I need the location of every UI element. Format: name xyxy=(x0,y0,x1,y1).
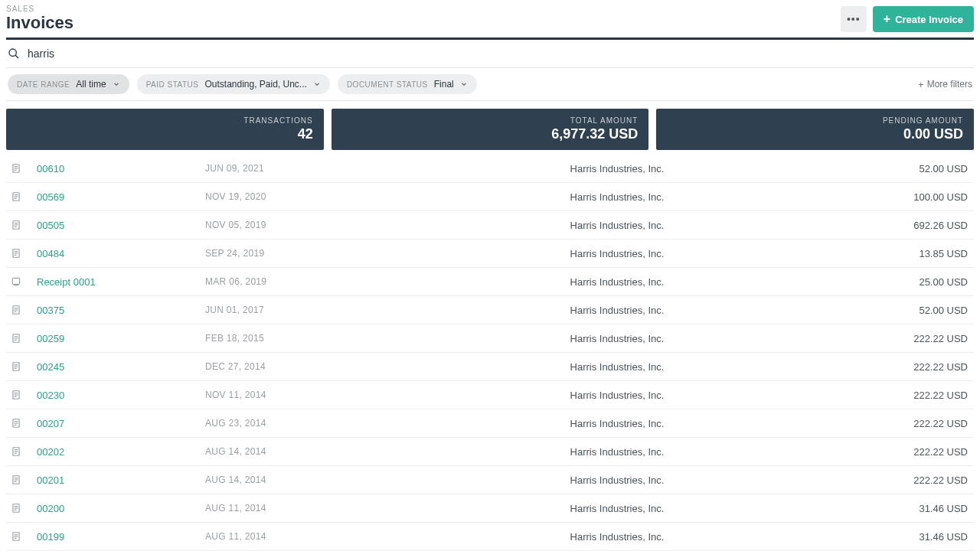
table-row[interactable]: 00484SEP 24, 2019Harris Industries, Inc.… xyxy=(6,240,974,268)
breadcrumb: SALES xyxy=(6,5,74,13)
filter-date-range-value: All time xyxy=(76,79,106,90)
table-row[interactable]: 00505NOV 05, 2019Harris Industries, Inc.… xyxy=(6,211,974,240)
invoice-company: Harris Industries, Inc. xyxy=(389,305,845,316)
summary-pending-amount: PENDING AMOUNT 0.00 USD xyxy=(656,109,974,150)
invoice-id-link[interactable]: 00200 xyxy=(37,503,205,514)
invoice-id-link[interactable]: 00505 xyxy=(37,220,205,231)
invoice-date: AUG 23, 2014 xyxy=(205,418,389,429)
invoice-date: NOV 19, 2020 xyxy=(205,191,389,202)
invoice-amount: 31.46 USD xyxy=(845,531,968,543)
invoice-amount: 222.22 USD xyxy=(845,333,968,344)
table-row[interactable]: 00245DEC 27, 2014Harris Industries, Inc.… xyxy=(6,353,974,381)
invoice-id-link[interactable]: 00230 xyxy=(37,390,205,401)
document-icon xyxy=(11,360,37,373)
invoice-company: Harris Industries, Inc. xyxy=(389,503,845,514)
filter-paid-status-value: Outstanding, Paid, Unc... xyxy=(204,79,306,90)
invoice-company: Harris Industries, Inc. xyxy=(389,418,845,429)
invoice-date: FEB 18, 2015 xyxy=(205,333,389,344)
invoice-id-link[interactable]: 00202 xyxy=(37,446,205,458)
filter-date-range-label: DATE RANGE xyxy=(17,80,70,89)
table-row[interactable]: 00201AUG 14, 2014Harris Industries, Inc.… xyxy=(6,466,974,494)
invoice-id-link[interactable]: Receipt 0001 xyxy=(37,276,205,288)
invoice-date: AUG 11, 2014 xyxy=(205,531,389,542)
invoice-amount: 222.22 USD xyxy=(845,361,968,373)
summary-transactions-label: TRANSACTIONS xyxy=(17,116,313,125)
search-input[interactable] xyxy=(28,47,972,60)
invoice-company: Harris Industries, Inc. xyxy=(389,361,845,373)
filters-row: DATE RANGE All time PAID STATUS Outstand… xyxy=(6,68,974,101)
more-filters-button[interactable]: + More filters xyxy=(918,79,972,90)
document-icon xyxy=(11,219,37,231)
more-filters-label: More filters xyxy=(927,79,972,90)
invoice-date: JUN 01, 2017 xyxy=(205,305,389,315)
invoice-id-link[interactable]: 00610 xyxy=(37,163,205,174)
invoice-company: Harris Industries, Inc. xyxy=(389,333,845,344)
table-row[interactable]: Receipt 0001MAR 06, 2019Harris Industrie… xyxy=(6,268,974,296)
invoice-amount: 222.22 USD xyxy=(845,474,968,486)
chevron-down-icon xyxy=(313,80,321,88)
filter-document-status[interactable]: DOCUMENT STATUS Final xyxy=(338,74,477,94)
invoice-date: SEP 24, 2019 xyxy=(205,248,389,259)
invoice-date: NOV 05, 2019 xyxy=(205,220,389,230)
filter-date-range[interactable]: DATE RANGE All time xyxy=(8,74,129,94)
invoice-table: 00610JUN 09, 2021Harris Industries, Inc.… xyxy=(6,155,974,551)
invoice-amount: 100.00 USD xyxy=(845,191,968,203)
summary-pending-amount-label: PENDING AMOUNT xyxy=(667,116,963,125)
ellipsis-icon: ••• xyxy=(847,13,861,25)
document-icon xyxy=(11,474,37,486)
summary-total-amount-label: TOTAL AMOUNT xyxy=(342,116,639,125)
invoice-date: AUG 11, 2014 xyxy=(205,503,389,514)
svg-line-1 xyxy=(15,55,18,58)
summary-pending-amount-value: 0.00 USD xyxy=(667,126,963,142)
document-icon xyxy=(11,191,37,203)
invoice-amount: 52.00 USD xyxy=(845,305,968,316)
summary-transactions: TRANSACTIONS 42 xyxy=(6,109,324,150)
table-row[interactable]: 00207AUG 23, 2014Harris Industries, Inc.… xyxy=(6,409,974,438)
table-row[interactable]: 00199AUG 11, 2014Harris Industries, Inc.… xyxy=(6,523,974,551)
table-row[interactable]: 00610JUN 09, 2021Harris Industries, Inc.… xyxy=(6,155,974,183)
invoice-date: NOV 11, 2014 xyxy=(205,390,389,400)
document-icon xyxy=(11,162,37,174)
document-icon xyxy=(11,502,37,514)
receipt-icon xyxy=(11,276,37,288)
table-row[interactable]: 00230NOV 11, 2014Harris Industries, Inc.… xyxy=(6,381,974,409)
invoice-company: Harris Industries, Inc. xyxy=(389,220,845,231)
invoice-date: DEC 27, 2014 xyxy=(205,361,389,372)
invoice-id-link[interactable]: 00259 xyxy=(37,333,205,344)
filter-document-status-value: Final xyxy=(434,79,454,90)
invoice-id-link[interactable]: 00201 xyxy=(37,474,205,486)
document-icon xyxy=(11,445,37,458)
page-title: Invoices xyxy=(6,13,74,33)
table-row[interactable]: 00375JUN 01, 2017Harris Industries, Inc.… xyxy=(6,296,974,324)
invoice-id-link[interactable]: 00199 xyxy=(37,531,205,543)
table-row[interactable]: 00200AUG 11, 2014Harris Industries, Inc.… xyxy=(6,494,974,523)
invoice-company: Harris Industries, Inc. xyxy=(389,446,845,458)
invoice-amount: 222.22 USD xyxy=(845,446,968,458)
invoice-date: AUG 14, 2014 xyxy=(205,446,389,457)
invoice-company: Harris Industries, Inc. xyxy=(389,191,845,203)
svg-point-0 xyxy=(9,49,16,56)
table-row[interactable]: 00569NOV 19, 2020Harris Industries, Inc.… xyxy=(6,183,974,211)
invoice-amount: 31.46 USD xyxy=(845,503,968,514)
filter-document-status-label: DOCUMENT STATUS xyxy=(347,80,428,89)
document-icon xyxy=(11,332,37,344)
document-icon xyxy=(11,530,37,543)
document-icon xyxy=(11,247,37,259)
filter-paid-status[interactable]: PAID STATUS Outstanding, Paid, Unc... xyxy=(137,74,330,94)
invoice-date: MAR 06, 2019 xyxy=(205,276,389,287)
invoice-id-link[interactable]: 00245 xyxy=(37,361,205,373)
invoice-id-link[interactable]: 00375 xyxy=(37,305,205,316)
table-row[interactable]: 00259FEB 18, 2015Harris Industries, Inc.… xyxy=(6,324,974,353)
search-icon xyxy=(8,47,20,60)
create-invoice-button[interactable]: + Create Invoice xyxy=(873,6,974,32)
invoice-date: JUN 09, 2021 xyxy=(205,163,389,174)
invoice-id-link[interactable]: 00484 xyxy=(37,248,205,259)
table-row[interactable]: 00202AUG 14, 2014Harris Industries, Inc.… xyxy=(6,438,974,466)
document-icon xyxy=(11,389,37,401)
filter-paid-status-label: PAID STATUS xyxy=(146,80,199,89)
invoice-id-link[interactable]: 00569 xyxy=(37,191,205,203)
more-actions-button[interactable]: ••• xyxy=(841,6,867,32)
invoice-id-link[interactable]: 00207 xyxy=(37,418,205,429)
document-icon xyxy=(11,304,37,316)
summary-transactions-value: 42 xyxy=(17,126,313,142)
